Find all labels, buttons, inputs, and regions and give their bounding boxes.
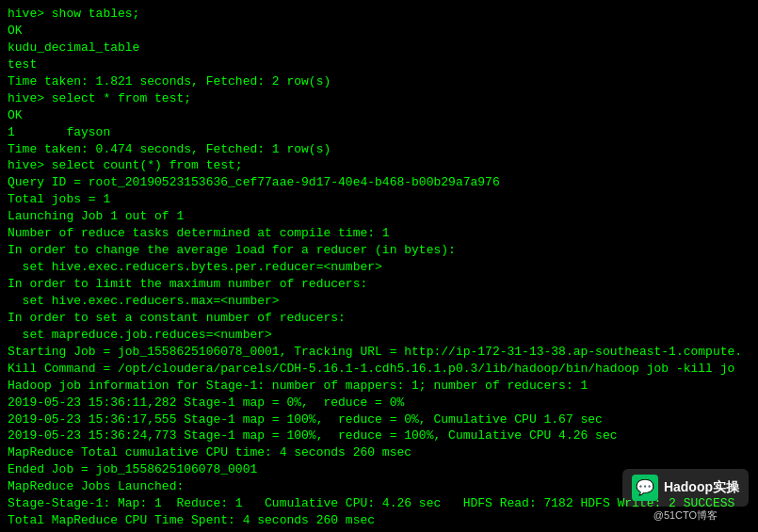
terminal-line: MapReduce Total cumulative CPU time: 4 s… bbox=[8, 444, 750, 461]
terminal-line: Launching Job 1 out of 1 bbox=[8, 208, 750, 225]
terminal-line: 1 fayson bbox=[8, 124, 750, 141]
terminal-line: set hive.exec.reducers.bytes.per.reducer… bbox=[8, 259, 750, 276]
terminal-line: Hadoop job information for Stage-1: numb… bbox=[8, 378, 750, 395]
wechat-icon: 💬 bbox=[632, 475, 658, 501]
terminal-line: Time taken: 0.474 seconds, Fetched: 1 ro… bbox=[8, 141, 750, 158]
terminal-line: Time taken: 1.821 seconds, Fetched: 2 ro… bbox=[8, 73, 750, 90]
terminal-line: Starting Job = job_1558625106078_0001, T… bbox=[8, 344, 750, 361]
terminal-line: set hive.exec.reducers.max=<number> bbox=[8, 293, 750, 310]
terminal-line: In order to change the average load for … bbox=[8, 242, 750, 259]
terminal-line: 2019-05-23 15:36:24,773 Stage-1 map = 10… bbox=[8, 427, 750, 444]
terminal-line: 2019-05-23 15:36:11,282 Stage-1 map = 0%… bbox=[8, 395, 750, 411]
terminal-line: OK bbox=[8, 23, 750, 40]
terminal-line: 2019-05-23 15:36:17,555 Stage-1 map = 10… bbox=[8, 411, 750, 428]
terminal-line: In order to set a constant number of red… bbox=[8, 310, 750, 327]
watermark-subtitle: @51CTO博客 bbox=[653, 508, 718, 523]
watermark: 💬 Hadoop实操 @51CTO博客 bbox=[622, 469, 749, 523]
terminal-output: hive> show tables;OKkudu_decimal_tablete… bbox=[8, 6, 750, 532]
terminal-line: hive> select * from test; bbox=[8, 90, 750, 107]
terminal-line: hive> select count(*) from test; bbox=[8, 157, 750, 174]
terminal-line: Query ID = root_20190523153636_cef77aae-… bbox=[8, 174, 750, 191]
terminal-line: Number of reduce tasks determined at com… bbox=[8, 225, 750, 242]
terminal-line: test bbox=[8, 56, 750, 73]
terminal-line: set mapreduce.job.reduces=<number> bbox=[8, 327, 750, 344]
terminal-line: In order to limit the maximum number of … bbox=[8, 276, 750, 293]
terminal-window: hive> show tables;OKkudu_decimal_tablete… bbox=[0, 0, 758, 532]
terminal-line: OK bbox=[8, 107, 750, 124]
watermark-title: Hadoop实操 bbox=[664, 479, 739, 496]
terminal-line: Total jobs = 1 bbox=[8, 191, 750, 208]
terminal-line: hive> show tables; bbox=[8, 6, 750, 23]
terminal-line: kudu_decimal_table bbox=[8, 40, 750, 56]
terminal-line: Kill Command = /opt/cloudera/parcels/CDH… bbox=[8, 361, 750, 378]
